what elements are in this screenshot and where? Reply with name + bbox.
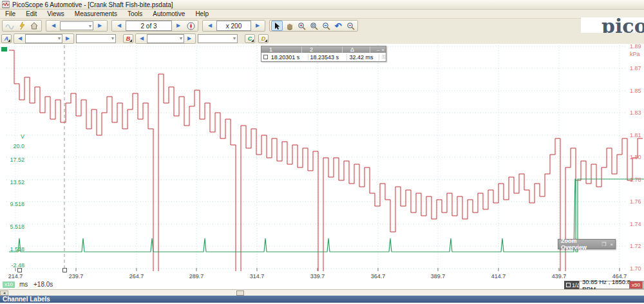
channel-b-range-group: ◀ ▾ ▶ <box>135 33 196 44</box>
page-prev-button[interactable]: ◀ <box>113 21 125 31</box>
channel-d-button[interactable]: D <box>258 34 269 43</box>
buffer-navigator-icon[interactable] <box>185 21 196 31</box>
menu-measurements[interactable]: Measurements <box>70 10 122 18</box>
channel-labels-title: Channel Labels <box>3 296 50 303</box>
scrollbar-thumb[interactable] <box>236 290 244 296</box>
buffer-prev-button[interactable]: ◀ <box>48 21 59 31</box>
channel-a-button[interactable]: A <box>1 34 12 43</box>
menu-file[interactable]: File <box>0 10 21 18</box>
home-icon[interactable] <box>28 21 40 31</box>
channel-c-button[interactable]: C <box>245 34 255 43</box>
zoom-full-tool-icon[interactable] <box>345 21 356 31</box>
channel-b-range-next[interactable]: ▶ <box>185 33 194 44</box>
ruler-2-value: 18.23543 s <box>308 54 348 61</box>
zoom-factor-prev-button[interactable]: ◀ <box>204 21 216 31</box>
channel-a-range-next[interactable]: ▶ <box>63 33 72 44</box>
scroll-left-button[interactable]: ◂ <box>0 290 8 296</box>
menu-help[interactable]: Help <box>190 10 214 18</box>
right-axis-unit: kPa <box>630 51 640 57</box>
chevron-down-icon: ▾ <box>89 23 91 29</box>
x-axis-offset: +18.0s <box>33 281 53 288</box>
right-axis-label: 1.83 <box>630 109 641 116</box>
right-axis-label: 1.78 <box>630 176 641 183</box>
time-ruler-handle-2[interactable] <box>62 268 67 272</box>
zoom-out-tool-icon[interactable] <box>320 21 332 31</box>
menu-automotive[interactable]: Automotive <box>147 10 190 18</box>
channel-b-range-select[interactable]: ▾ <box>147 34 184 43</box>
channel-a-coupling-select[interactable]: ▾ <box>76 34 116 43</box>
x-axis-label: 214.7 <box>3 273 28 280</box>
ruler-col-delta: Δ <box>343 46 370 53</box>
hand-tool-icon[interactable] <box>283 21 295 31</box>
right-axis-label: 1.87 <box>630 65 641 71</box>
menu-tools[interactable]: Tools <box>122 10 147 18</box>
lock-icon[interactable]: ⚿ <box>382 54 386 61</box>
zoom-overview-title: Zoom Overview <box>558 238 600 251</box>
right-axis-label: 1.76 <box>630 198 641 205</box>
waveform-view-icon[interactable] <box>4 21 15 31</box>
zoom-overview-window[interactable]: Zoom Overview ❐ × <box>558 239 616 249</box>
right-axis-label: 1.70 <box>630 265 641 272</box>
right-axis-label: 1.81 <box>630 132 641 138</box>
time-ruler-handle-1[interactable] <box>17 268 22 272</box>
connect-device-icon[interactable] <box>16 21 28 31</box>
x-axis-label: 364.7 <box>365 273 391 280</box>
x-axis-label: 464.7 <box>607 273 632 280</box>
x-axis-label: 414.7 <box>486 273 511 280</box>
channel-b-range-prev[interactable]: ◀ <box>137 33 146 44</box>
left-axis-label: 13.52 <box>0 179 24 185</box>
ruler-legend-values: 18.20301 s 18.23543 s 32.42 ms ⚿ <box>261 53 386 61</box>
channel-b-button[interactable]: B <box>123 34 133 43</box>
left-axis-label: 1.518 <box>0 246 24 252</box>
buffer-next-button[interactable]: ▶ <box>94 21 106 31</box>
left-axis-label: 20.0 <box>0 143 24 149</box>
zoom-in-tool-icon[interactable] <box>296 21 307 31</box>
ruler-legend[interactable]: 1 2 Δ – × 18.20301 s 18.23543 s 32.42 ms… <box>261 46 386 62</box>
menu-edit[interactable]: Edit <box>21 10 42 18</box>
right-axis-label: 1.80 <box>630 154 641 160</box>
menu-bar: File Edit Views Measurements Tools Autom… <box>0 10 644 19</box>
pointer-tool-group: ↶ <box>269 20 358 32</box>
x-axis-label: 314.7 <box>244 273 270 280</box>
left-axis-label: 5.518 <box>0 223 24 230</box>
left-axis-label: 17.52 <box>0 157 24 163</box>
title-bar: PicoScope 6 Automotive - [Crank Shaft Fi… <box>0 0 644 10</box>
ruler-1-value: 18.20301 s <box>269 54 308 61</box>
menu-views[interactable]: Views <box>42 10 70 18</box>
ruler-col-1: 1 <box>261 46 302 53</box>
page-indicator: 2 of 3 <box>126 21 172 31</box>
ruler-delta-value: 32.42 ms <box>347 54 379 61</box>
channel-c-axis-marker[interactable] <box>1 47 7 52</box>
zoom-badge: x50 <box>629 281 643 289</box>
channel-a-range-group: ◀ ▾ ▶ <box>14 33 74 44</box>
frequency-checkbox[interactable] <box>566 283 571 287</box>
file-tool-group <box>2 20 42 32</box>
restore-icon[interactable]: ❐ <box>600 242 608 247</box>
window-title: PicoScope 6 Automotive - [Crank Shaft Fi… <box>12 1 173 8</box>
channel-a-range-prev[interactable]: ◀ <box>15 33 24 44</box>
ruler-checkbox[interactable] <box>263 55 268 59</box>
x-axis-label: 289.7 <box>184 273 209 280</box>
right-axis-label: 1.89 <box>630 43 641 50</box>
channel-a-range-select[interactable]: ▾ <box>25 34 62 43</box>
marquee-zoom-tool-icon[interactable] <box>308 21 319 31</box>
left-axis-label: -2.48 <box>0 262 24 269</box>
pointer-tool-icon[interactable] <box>271 21 283 31</box>
x-axis-label: 389.7 <box>425 273 451 280</box>
ruler-legend-close-icon[interactable]: × <box>381 47 384 53</box>
picoscope-window: PicoScope 6 Automotive - [Crank Shaft Fi… <box>0 0 644 304</box>
undo-zoom-icon[interactable]: ↶ <box>332 21 344 31</box>
ruler-legend-header: 1 2 Δ – × <box>261 46 386 53</box>
ruler-legend-minimize-icon[interactable]: – <box>377 47 379 53</box>
channel-toolbar: A ◀ ▾ ▶ ▾ B ◀ ▾ ▶ ▾ C D <box>0 33 644 44</box>
page-next-button[interactable]: ▶ <box>173 21 184 31</box>
close-icon[interactable]: × <box>608 242 615 247</box>
chevron-down-icon: ▾ <box>180 35 182 41</box>
zoom-factor-next-button[interactable]: ▶ <box>252 21 263 31</box>
waveform-canvas[interactable] <box>0 44 644 271</box>
buffer-select[interactable]: ▾ <box>60 21 93 30</box>
channel-b-coupling-select[interactable]: ▾ <box>198 34 238 43</box>
channel-labels-bar[interactable]: Channel Labels <box>0 296 644 303</box>
horizontal-scrollbar[interactable]: ◂ <box>0 289 644 296</box>
x-axis-label: 339.7 <box>305 273 330 280</box>
